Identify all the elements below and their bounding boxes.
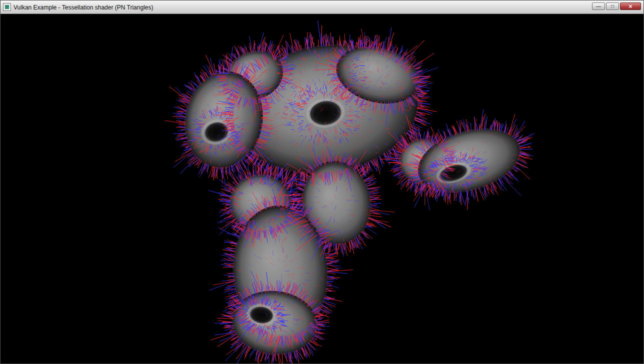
maximize-icon: □ [611,4,614,9]
minimize-icon: — [596,4,601,9]
render-canvas[interactable] [0,14,644,364]
close-icon: × [628,4,632,10]
render-viewport [0,14,644,364]
window-title: Vulkan Example - Tessellation shader (PN… [14,4,592,11]
maximize-button[interactable]: □ [606,2,619,10]
minimize-button[interactable]: — [592,2,605,10]
app-icon[interactable] [3,3,11,11]
close-button[interactable]: × [620,2,641,10]
app-window: Vulkan Example - Tessellation shader (PN… [0,0,644,364]
title-bar[interactable]: Vulkan Example - Tessellation shader (PN… [0,0,644,14]
app-icon-glyph [5,5,9,9]
window-controls: — □ × [592,2,641,10]
